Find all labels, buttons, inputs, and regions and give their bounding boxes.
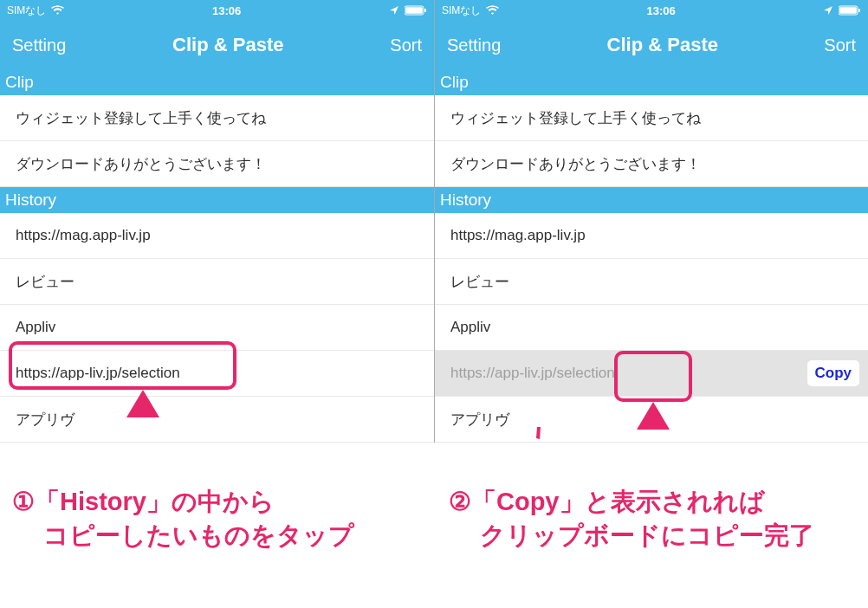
annotation-mark-icon [534,427,543,439]
history-item[interactable]: Appliv [435,305,868,351]
history-header: History [435,187,868,213]
statusbar-time: 13:06 [499,4,823,17]
svg-rect-1 [405,7,423,14]
location-icon [823,5,833,16]
history-item[interactable]: Appliv [0,305,434,351]
clip-header: Clip [0,69,434,95]
history-item[interactable]: レビュー [435,259,868,305]
battery-icon [839,5,861,16]
history-item-selected[interactable]: https://app-liv.jp/selection Copy [435,351,868,397]
history-header: History [0,187,434,213]
history-item[interactable]: アプリヴ [0,397,434,443]
history-item[interactable]: レビュー [0,259,434,305]
carrier-text: SIMなし [442,3,481,18]
panel-left: SIMなし 13:06 Setting Clip & Paste Sort Cl… [0,0,434,443]
statusbar: SIMなし 13:06 [435,0,868,21]
svg-rect-4 [839,7,857,14]
clip-item[interactable]: ウィジェット登録して上手く使ってね [435,95,868,141]
wifi-icon [51,5,64,16]
location-icon [389,5,399,16]
sort-button[interactable]: Sort [824,36,856,55]
caption-line: ②「Copy」と表示されれば [449,485,814,519]
annotation-caption: ②「Copy」と表示されれば クリップボードにコピー完了 [449,485,814,553]
caption-line: コピーしたいものをタップ [12,519,354,553]
history-item[interactable]: https://mag.app-liv.jp [0,213,434,259]
svg-rect-2 [424,9,426,12]
caption-line: クリップボードにコピー完了 [449,519,814,553]
copy-popup[interactable]: Copy [807,360,860,386]
navbar: Setting Clip & Paste Sort [0,21,434,69]
panel-right: SIMなし 13:06 Setting Clip & Paste Sort Cl… [434,0,868,443]
clip-item[interactable]: ダウンロードありがとうございます！ [0,141,434,187]
annotation-caption: ①「History」の中から コピーしたいものをタップ [12,485,354,553]
setting-button[interactable]: Setting [12,36,66,55]
history-item[interactable]: https://app-liv.jp/selection [0,351,434,397]
carrier-text: SIMなし [7,3,46,18]
history-item[interactable]: https://mag.app-liv.jp [435,213,868,259]
setting-button[interactable]: Setting [447,36,501,55]
caption-line: ①「History」の中から [12,485,354,519]
history-item-label: https://app-liv.jp/selection [450,365,615,382]
statusbar-time: 13:06 [64,4,389,17]
navbar: Setting Clip & Paste Sort [435,21,868,69]
clip-item[interactable]: ウィジェット登録して上手く使ってね [0,95,434,141]
battery-icon [405,5,427,16]
statusbar: SIMなし 13:06 [0,0,434,21]
sort-button[interactable]: Sort [390,36,422,55]
app-title: Clip & Paste [607,34,718,56]
svg-rect-5 [858,9,860,12]
clip-header: Clip [435,69,868,95]
app-title: Clip & Paste [172,34,283,56]
history-item[interactable]: アプリヴ [435,397,868,443]
clip-item[interactable]: ダウンロードありがとうございます！ [435,141,868,187]
wifi-icon [486,5,499,16]
